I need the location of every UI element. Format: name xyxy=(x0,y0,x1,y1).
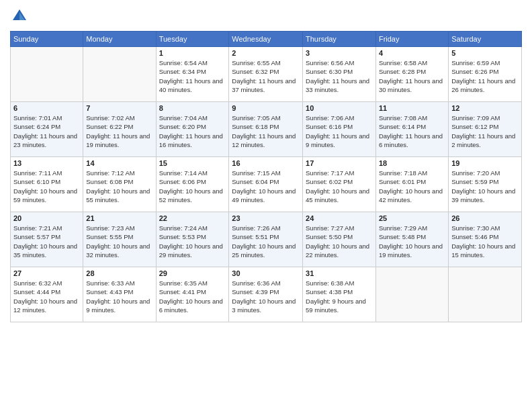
calendar-cell: 7Sunrise: 7:02 AM Sunset: 6:22 PM Daylig… xyxy=(83,102,156,157)
day-number: 3 xyxy=(306,49,373,57)
day-number: 21 xyxy=(86,214,152,222)
day-info: Sunrise: 7:06 AM Sunset: 6:16 PM Dayligh… xyxy=(306,113,373,149)
calendar-cell xyxy=(83,47,156,102)
day-number: 18 xyxy=(379,159,445,167)
calendar-cell: 20Sunrise: 7:21 AM Sunset: 5:57 PM Dayli… xyxy=(11,212,83,267)
day-info: Sunrise: 6:36 AM Sunset: 4:39 PM Dayligh… xyxy=(232,279,300,314)
calendar-cell: 6Sunrise: 7:01 AM Sunset: 6:24 PM Daylig… xyxy=(11,102,83,157)
calendar-cell: 27Sunrise: 6:32 AM Sunset: 4:44 PM Dayli… xyxy=(11,267,83,322)
day-info: Sunrise: 7:02 AM Sunset: 6:22 PM Dayligh… xyxy=(86,113,152,149)
day-info: Sunrise: 6:32 AM Sunset: 4:44 PM Dayligh… xyxy=(13,279,80,314)
calendar-cell: 17Sunrise: 7:17 AM Sunset: 6:02 PM Dayli… xyxy=(303,157,376,212)
day-number: 26 xyxy=(451,214,519,222)
day-info: Sunrise: 7:23 AM Sunset: 5:55 PM Dayligh… xyxy=(86,224,152,259)
calendar: SundayMondayTuesdayWednesdayThursdayFrid… xyxy=(10,31,522,322)
calendar-cell: 8Sunrise: 7:04 AM Sunset: 6:20 PM Daylig… xyxy=(156,102,229,157)
calendar-cell: 3Sunrise: 6:56 AM Sunset: 6:30 PM Daylig… xyxy=(303,47,376,102)
calendar-cell: 26Sunrise: 7:30 AM Sunset: 5:46 PM Dayli… xyxy=(449,212,522,267)
calendar-cell xyxy=(449,267,522,322)
calendar-cell: 1Sunrise: 6:54 AM Sunset: 6:34 PM Daylig… xyxy=(156,47,229,102)
header xyxy=(10,7,522,26)
day-number: 7 xyxy=(86,104,152,112)
weekday-header-wednesday: Wednesday xyxy=(229,32,303,47)
day-number: 30 xyxy=(232,269,300,277)
calendar-cell: 22Sunrise: 7:24 AM Sunset: 5:53 PM Dayli… xyxy=(156,212,229,267)
day-info: Sunrise: 7:01 AM Sunset: 6:24 PM Dayligh… xyxy=(13,113,80,149)
day-number: 20 xyxy=(13,214,80,222)
calendar-cell: 11Sunrise: 7:08 AM Sunset: 6:14 PM Dayli… xyxy=(375,102,448,157)
day-info: Sunrise: 6:59 AM Sunset: 6:26 PM Dayligh… xyxy=(451,58,519,94)
calendar-cell xyxy=(375,267,448,322)
weekday-header-saturday: Saturday xyxy=(449,32,522,47)
day-number: 29 xyxy=(159,269,226,277)
calendar-cell: 13Sunrise: 7:11 AM Sunset: 6:10 PM Dayli… xyxy=(11,157,83,212)
logo xyxy=(10,7,30,26)
calendar-cell: 14Sunrise: 7:12 AM Sunset: 6:08 PM Dayli… xyxy=(83,157,156,212)
calendar-cell: 10Sunrise: 7:06 AM Sunset: 6:16 PM Dayli… xyxy=(303,102,376,157)
day-number: 2 xyxy=(232,49,300,57)
day-info: Sunrise: 7:09 AM Sunset: 6:12 PM Dayligh… xyxy=(451,113,519,149)
day-number: 22 xyxy=(159,214,226,222)
weekday-header-friday: Friday xyxy=(375,32,448,47)
weekday-header-row: SundayMondayTuesdayWednesdayThursdayFrid… xyxy=(11,32,522,47)
calendar-cell: 24Sunrise: 7:27 AM Sunset: 5:50 PM Dayli… xyxy=(303,212,376,267)
day-info: Sunrise: 6:35 AM Sunset: 4:41 PM Dayligh… xyxy=(159,279,226,314)
day-info: Sunrise: 7:27 AM Sunset: 5:50 PM Dayligh… xyxy=(306,224,373,259)
calendar-cell: 4Sunrise: 6:58 AM Sunset: 6:28 PM Daylig… xyxy=(375,47,448,102)
calendar-cell: 9Sunrise: 7:05 AM Sunset: 6:18 PM Daylig… xyxy=(229,102,303,157)
day-number: 4 xyxy=(379,49,445,57)
day-info: Sunrise: 7:20 AM Sunset: 5:59 PM Dayligh… xyxy=(451,169,519,204)
day-info: Sunrise: 6:56 AM Sunset: 6:30 PM Dayligh… xyxy=(306,58,373,94)
calendar-cell: 19Sunrise: 7:20 AM Sunset: 5:59 PM Dayli… xyxy=(449,157,522,212)
day-number: 25 xyxy=(379,214,445,222)
day-number: 8 xyxy=(159,104,226,112)
day-info: Sunrise: 7:17 AM Sunset: 6:02 PM Dayligh… xyxy=(306,169,373,204)
weekday-header-thursday: Thursday xyxy=(303,32,376,47)
day-info: Sunrise: 6:38 AM Sunset: 4:38 PM Dayligh… xyxy=(306,279,373,314)
day-info: Sunrise: 7:24 AM Sunset: 5:53 PM Dayligh… xyxy=(159,224,226,259)
day-number: 27 xyxy=(13,269,80,277)
week-row-3: 13Sunrise: 7:11 AM Sunset: 6:10 PM Dayli… xyxy=(11,157,522,212)
calendar-cell: 15Sunrise: 7:14 AM Sunset: 6:06 PM Dayli… xyxy=(156,157,229,212)
day-number: 11 xyxy=(379,104,445,112)
calendar-cell: 25Sunrise: 7:29 AM Sunset: 5:48 PM Dayli… xyxy=(375,212,448,267)
calendar-cell: 30Sunrise: 6:36 AM Sunset: 4:39 PM Dayli… xyxy=(229,267,303,322)
day-number: 14 xyxy=(86,159,152,167)
day-info: Sunrise: 6:55 AM Sunset: 6:32 PM Dayligh… xyxy=(232,58,300,94)
week-row-1: 1Sunrise: 6:54 AM Sunset: 6:34 PM Daylig… xyxy=(11,47,522,102)
day-info: Sunrise: 7:30 AM Sunset: 5:46 PM Dayligh… xyxy=(451,224,519,259)
day-info: Sunrise: 6:54 AM Sunset: 6:34 PM Dayligh… xyxy=(159,58,226,94)
logo-icon xyxy=(10,7,29,26)
day-info: Sunrise: 6:33 AM Sunset: 4:43 PM Dayligh… xyxy=(86,279,152,314)
day-number: 15 xyxy=(159,159,226,167)
day-number: 19 xyxy=(451,159,519,167)
day-info: Sunrise: 7:05 AM Sunset: 6:18 PM Dayligh… xyxy=(232,113,300,149)
day-number: 17 xyxy=(306,159,373,167)
day-info: Sunrise: 7:29 AM Sunset: 5:48 PM Dayligh… xyxy=(379,224,445,259)
calendar-cell: 16Sunrise: 7:15 AM Sunset: 6:04 PM Dayli… xyxy=(229,157,303,212)
calendar-cell: 18Sunrise: 7:18 AM Sunset: 6:01 PM Dayli… xyxy=(375,157,448,212)
day-number: 12 xyxy=(451,104,519,112)
day-info: Sunrise: 7:12 AM Sunset: 6:08 PM Dayligh… xyxy=(86,169,152,204)
day-info: Sunrise: 7:18 AM Sunset: 6:01 PM Dayligh… xyxy=(379,169,445,204)
calendar-cell: 31Sunrise: 6:38 AM Sunset: 4:38 PM Dayli… xyxy=(303,267,376,322)
calendar-cell: 5Sunrise: 6:59 AM Sunset: 6:26 PM Daylig… xyxy=(449,47,522,102)
day-info: Sunrise: 7:26 AM Sunset: 5:51 PM Dayligh… xyxy=(232,224,300,259)
week-row-2: 6Sunrise: 7:01 AM Sunset: 6:24 PM Daylig… xyxy=(11,102,522,157)
day-number: 1 xyxy=(159,49,226,57)
page: SundayMondayTuesdayWednesdayThursdayFrid… xyxy=(0,0,532,411)
weekday-header-monday: Monday xyxy=(83,32,156,47)
day-number: 6 xyxy=(13,104,80,112)
calendar-cell: 2Sunrise: 6:55 AM Sunset: 6:32 PM Daylig… xyxy=(229,47,303,102)
week-row-4: 20Sunrise: 7:21 AM Sunset: 5:57 PM Dayli… xyxy=(11,212,522,267)
calendar-cell: 28Sunrise: 6:33 AM Sunset: 4:43 PM Dayli… xyxy=(83,267,156,322)
calendar-cell: 21Sunrise: 7:23 AM Sunset: 5:55 PM Dayli… xyxy=(83,212,156,267)
day-number: 24 xyxy=(306,214,373,222)
calendar-cell: 12Sunrise: 7:09 AM Sunset: 6:12 PM Dayli… xyxy=(449,102,522,157)
day-number: 9 xyxy=(232,104,300,112)
day-number: 23 xyxy=(232,214,300,222)
week-row-5: 27Sunrise: 6:32 AM Sunset: 4:44 PM Dayli… xyxy=(11,267,522,322)
day-number: 5 xyxy=(451,49,519,57)
day-info: Sunrise: 6:58 AM Sunset: 6:28 PM Dayligh… xyxy=(379,58,445,94)
day-info: Sunrise: 7:08 AM Sunset: 6:14 PM Dayligh… xyxy=(379,113,445,149)
